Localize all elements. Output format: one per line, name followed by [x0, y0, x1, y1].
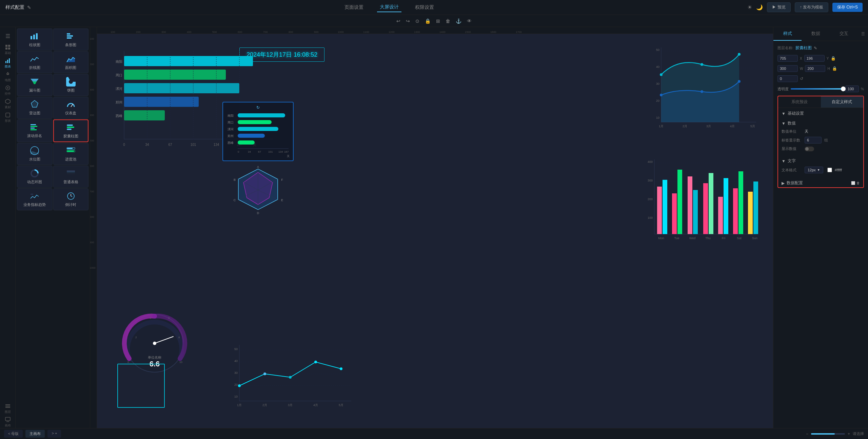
sidebar-item-shape[interactable]: 形状 [2, 111, 14, 123]
vbar-chart-svg: 400 300 200 100 [644, 159, 760, 248]
publish-template-button[interactable]: ↑ 发布为模板 [795, 2, 828, 12]
paste-icon[interactable]: ⊞ [436, 18, 440, 24]
line-chart-bottom-widget[interactable]: 50 40 30 20 10 [226, 342, 358, 415]
layer-name-edit[interactable]: ✎ [814, 46, 817, 51]
legend-bar-widget[interactable]: ↻ 南阳 周口 漯河 郑州 西峰 [222, 102, 294, 161]
bottom-tab-add[interactable]: > + [47, 430, 61, 438]
data-config-del-icon[interactable]: 🗑 [856, 181, 860, 185]
tab-data[interactable]: 数据 [802, 27, 830, 41]
svg-text:郑州: 郑州 [228, 134, 234, 138]
section-data-config-title[interactable]: ▶ 数据配置 ⬜ 🗑 [778, 177, 863, 187]
svg-rect-17 [31, 36, 32, 39]
sidebar-item-layer[interactable]: 图层 [2, 402, 14, 415]
component-progress[interactable]: 进度池 [53, 143, 89, 165]
component-pie[interactable]: 饼图 [53, 74, 89, 96]
copy-icon[interactable]: ⊙ [415, 18, 419, 24]
font-size-dropdown[interactable]: 12px ▼ [805, 167, 823, 173]
svg-rect-40 [67, 151, 74, 152]
delete-icon[interactable]: 🗑 [446, 18, 450, 24]
redo-icon[interactable]: ↪ [406, 18, 410, 24]
component-table[interactable]: 普通表格 [53, 166, 89, 188]
sidebar-item-material[interactable]: 素材 [2, 98, 14, 110]
sidebar-item-control[interactable]: 控件 [2, 84, 14, 96]
preview-button[interactable]: ▶ 预览 [767, 2, 790, 12]
pos-x-input[interactable] [777, 55, 798, 62]
lock-ratio-icon[interactable]: 🔒 [831, 56, 836, 61]
width-label: W [800, 67, 803, 71]
section-text-title[interactable]: ▼ 文字 [778, 155, 863, 165]
tab-style[interactable]: 样式 [773, 27, 802, 41]
svg-rect-53 [124, 56, 253, 66]
component-water[interactable]: 水位图 [17, 143, 53, 165]
component-hbar[interactable]: 条形图 [53, 28, 89, 51]
width-input[interactable] [777, 65, 798, 72]
bottom-tab-master[interactable]: < 母版 [4, 430, 23, 438]
svg-text:Fri: Fri [722, 236, 726, 240]
pos-y-input[interactable] [804, 55, 825, 62]
zoom-in-icon[interactable]: + [848, 432, 850, 436]
show-value-toggle[interactable] [805, 147, 814, 151]
field-display-count-input[interactable] [805, 137, 822, 144]
svg-rect-4 [5, 61, 6, 63]
component-bar[interactable]: 柱状图 [17, 28, 53, 51]
text-color-swatch[interactable] [827, 168, 832, 172]
vbar-chart-widget[interactable]: 400 300 200 100 [641, 156, 763, 251]
ruler-left: 100 200 300 400 500 600 700 800 900 1000 [90, 27, 97, 428]
svg-text:F: F [281, 178, 283, 182]
component-scroll[interactable]: 滚动排名 [17, 119, 53, 142]
field-display-count-unit: 组 [824, 138, 828, 143]
tab-system-preset[interactable]: 系统预设 [778, 96, 821, 108]
area-chart-widget[interactable]: 50 40 30 20 10 [648, 44, 763, 141]
sidebar-item-publish[interactable]: 画布 [2, 416, 14, 428]
svg-text:南阳: 南阳 [116, 60, 122, 63]
component-radar[interactable]: 雷达图 [17, 97, 53, 119]
svg-text:Sat: Sat [737, 236, 742, 240]
edit-icon[interactable]: ✎ [27, 5, 31, 10]
svg-text:300: 300 [648, 179, 653, 182]
undo-icon[interactable]: ↩ [396, 18, 400, 24]
tab-page-settings[interactable]: 页面设置 [342, 3, 366, 12]
sidebar-item-base[interactable]: 基础 [2, 43, 14, 56]
component-funnel[interactable]: 漏斗图 [17, 74, 53, 96]
poly3d-widget[interactable]: A F E D C B [229, 161, 287, 219]
eye-icon[interactable]: 👁 [467, 18, 472, 24]
component-timer[interactable]: 倒计时 [53, 188, 89, 210]
component-line[interactable]: 折线图 [17, 51, 53, 73]
tab-custom-style[interactable]: 自定义样式 [821, 96, 864, 108]
bottom-tab-main[interactable]: 主画布 [25, 430, 45, 438]
anchor-icon[interactable]: ⚓ [456, 18, 461, 24]
component-ring[interactable]: 动态环图 [17, 166, 53, 188]
data-config-add-icon[interactable]: ⬜ [851, 181, 855, 185]
zoom-slider[interactable] [811, 433, 845, 435]
component-gauge[interactable]: 仪表盘 [53, 97, 89, 119]
theme-dark-icon[interactable]: 🌙 [756, 4, 763, 11]
tab-permissions[interactable]: 权限设置 [412, 3, 437, 12]
svg-rect-6 [9, 58, 10, 63]
section-basic-title[interactable]: ▼ 基础设置 [778, 108, 863, 118]
empty-box-widget[interactable] [117, 364, 165, 408]
theme-light-icon[interactable]: ☀ [747, 4, 752, 11]
save-button[interactable]: 保存 Ctrl+S [832, 3, 863, 12]
tab-interaction[interactable]: 交互 [830, 27, 858, 41]
lock-size-icon[interactable]: 🔒 [832, 66, 837, 71]
sidebar-item-map[interactable]: 地图 [2, 71, 14, 83]
sidebar-item-chart[interactable]: 图表 [2, 57, 14, 69]
rotation-input[interactable] [777, 75, 798, 82]
opacity-input[interactable] [845, 85, 859, 92]
sidebar-item-menu[interactable]: ☰ [2, 30, 14, 42]
opacity-slider[interactable] [791, 88, 843, 90]
component-kpi[interactable]: 业务指标趋势 [17, 188, 53, 210]
panel-menu-icon[interactable]: ☰ [858, 27, 868, 41]
lock-icon[interactable]: 🔒 [425, 18, 431, 24]
component-area[interactable]: 面积图 [53, 51, 89, 73]
svg-point-110 [701, 90, 703, 93]
height-input[interactable] [805, 65, 825, 72]
zoom-out-icon[interactable]: − [806, 432, 808, 436]
section-value-title[interactable]: ▼ 数值 [778, 118, 863, 128]
tab-screen-design[interactable]: 大屏设计 [377, 3, 401, 12]
svg-text:2月: 2月 [262, 403, 267, 407]
pos-xy-row: X Y 🔒 [777, 55, 864, 62]
area-chart-svg: 50 40 30 20 10 [651, 47, 760, 136]
canvas-area[interactable]: 100 200 300 400 500 600 700 800 900 1000… [90, 27, 773, 428]
component-capsule[interactable]: 胶囊柱图 [53, 119, 89, 142]
